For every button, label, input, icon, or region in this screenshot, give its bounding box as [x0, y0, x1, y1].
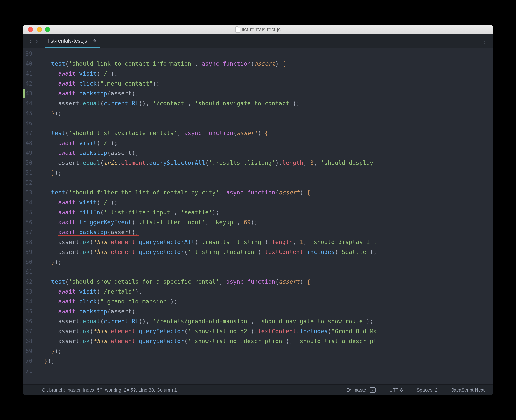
status-language[interactable]: JavaScript Next	[448, 387, 488, 393]
line-number[interactable]: 61	[25, 267, 32, 277]
code-editor[interactable]: 3940414243444546474849505152535455565758…	[23, 48, 493, 384]
branch-name: master	[353, 387, 368, 393]
code-line[interactable]	[37, 49, 493, 59]
line-number[interactable]: 46	[25, 118, 32, 128]
line-number[interactable]: 71	[25, 366, 32, 376]
tab-bar: ‹ › list-rentals-test.js ✎ ⋮	[23, 34, 493, 48]
code-line[interactable]: await visit('/');	[37, 197, 493, 207]
line-number[interactable]: 53	[25, 188, 32, 197]
code-line[interactable]: await backstop(assert);	[37, 227, 493, 237]
line-number[interactable]: 41	[25, 69, 32, 79]
branch-count-badge: 7	[370, 387, 376, 393]
tab-dirty-icon: ✎	[93, 38, 97, 44]
code-line[interactable]: await click(".grand-old-mansion");	[37, 297, 493, 307]
code-line[interactable]	[37, 118, 493, 128]
close-window-button[interactable]	[28, 27, 33, 32]
line-number[interactable]: 56	[25, 217, 32, 227]
code-line[interactable]	[37, 178, 493, 188]
code-line[interactable]: assert.ok(this.element.querySelector('.l…	[37, 247, 493, 257]
line-number[interactable]: 42	[25, 79, 32, 89]
titlebar[interactable]: list-rentals-test.js	[23, 25, 493, 34]
svg-point-0	[347, 388, 348, 389]
line-number[interactable]: 45	[25, 108, 32, 118]
line-number[interactable]: 65	[25, 307, 32, 316]
line-number[interactable]: 40	[25, 59, 32, 69]
line-number[interactable]: 67	[25, 326, 32, 336]
code-line[interactable]: assert.equal(currentURL(), '/contact', '…	[37, 98, 493, 108]
code-line[interactable]: });	[37, 168, 493, 178]
line-number[interactable]: 58	[25, 237, 32, 247]
code-line[interactable]: });	[37, 346, 493, 356]
nav-forward-button[interactable]: ›	[34, 38, 40, 45]
tab-label: list-rentals-test.js	[48, 38, 87, 44]
line-number[interactable]: 55	[25, 207, 32, 217]
line-number[interactable]: 44	[25, 98, 32, 108]
line-number[interactable]: 48	[25, 138, 32, 148]
code-line[interactable]: assert.equal(this.element.querySelectorA…	[37, 158, 493, 168]
code-content[interactable]: test('should link to contact information…	[37, 48, 493, 384]
line-number[interactable]: 60	[25, 257, 32, 267]
code-line[interactable]: await fillIn('.list-filter input', 'seat…	[37, 207, 493, 217]
line-number[interactable]: 63	[25, 287, 32, 297]
line-number[interactable]: 47	[25, 128, 32, 138]
code-line[interactable]: assert.equal(currentURL(), '/rentals/gra…	[37, 316, 493, 326]
code-line[interactable]: test('should filter the list of rentals …	[37, 188, 493, 197]
window-title-text: list-rentals-test.js	[242, 27, 281, 32]
nav-back-button[interactable]: ‹	[27, 38, 34, 45]
line-number[interactable]: 51	[25, 168, 32, 178]
line-number[interactable]: 69	[25, 346, 32, 356]
line-number[interactable]: 57	[25, 227, 32, 237]
line-number[interactable]: 70	[25, 356, 32, 366]
code-line[interactable]: await backstop(assert);	[37, 89, 493, 98]
line-number[interactable]: 66	[25, 316, 32, 326]
code-line[interactable]: await visit('/rentals');	[37, 287, 493, 297]
status-left-text[interactable]: Git branch: master, index: 5?, working: …	[42, 387, 177, 393]
status-git-branch[interactable]: master 7	[343, 387, 380, 393]
git-branch-icon	[347, 388, 351, 393]
code-line[interactable]: });	[37, 356, 493, 366]
line-number[interactable]: 68	[25, 336, 32, 346]
code-line[interactable]	[37, 267, 493, 277]
tab-active[interactable]: list-rentals-test.js ✎	[45, 34, 100, 48]
code-line[interactable]	[37, 366, 493, 376]
line-number[interactable]: 43	[25, 89, 32, 98]
status-encoding[interactable]: UTF-8	[386, 387, 407, 393]
editor-window: list-rentals-test.js ‹ › list-rentals-te…	[23, 25, 493, 395]
line-number[interactable]: 54	[25, 197, 32, 207]
maximize-window-button[interactable]	[45, 27, 50, 32]
line-number[interactable]: 49	[25, 148, 32, 158]
line-number[interactable]: 52	[25, 178, 32, 188]
minimize-window-button[interactable]	[37, 27, 42, 32]
svg-point-2	[350, 389, 351, 390]
code-line[interactable]: test('should show details for a specific…	[37, 277, 493, 287]
line-number[interactable]: 59	[25, 247, 32, 257]
code-line[interactable]: assert.ok(this.element.querySelector('.s…	[37, 336, 493, 346]
code-line[interactable]: await triggerKeyEvent('.list-filter inpu…	[37, 217, 493, 227]
code-line[interactable]: assert.ok(this.element.querySelectorAll(…	[37, 237, 493, 247]
code-line[interactable]: });	[37, 108, 493, 118]
line-number[interactable]: 62	[25, 277, 32, 287]
traffic-lights	[23, 27, 50, 32]
code-line[interactable]: });	[37, 257, 493, 267]
status-indent[interactable]: Spaces: 2	[413, 387, 441, 393]
tab-options-button[interactable]: ⋮	[479, 38, 489, 45]
line-number[interactable]: 50	[25, 158, 32, 168]
code-line[interactable]: await visit('/');	[37, 69, 493, 79]
code-line[interactable]: await backstop(assert);	[37, 307, 493, 316]
status-bar: ⋮ Git branch: master, index: 5?, working…	[23, 384, 493, 395]
document-icon	[235, 27, 240, 32]
code-line[interactable]: await click(".menu-contact");	[37, 79, 493, 89]
line-number[interactable]: 39	[25, 49, 32, 59]
line-number[interactable]: 64	[25, 297, 32, 307]
code-line[interactable]: await visit('/');	[37, 138, 493, 148]
line-number-gutter[interactable]: 3940414243444546474849505152535455565758…	[23, 48, 37, 384]
code-line[interactable]: test('should list available rentals', as…	[37, 128, 493, 138]
code-line[interactable]: await backstop(assert);	[37, 148, 493, 158]
code-line[interactable]: test('should link to contact information…	[37, 59, 493, 69]
status-menu-button[interactable]: ⋮	[28, 387, 36, 393]
window-title: list-rentals-test.js	[23, 27, 493, 32]
code-line[interactable]: assert.ok(this.element.querySelector('.s…	[37, 326, 493, 336]
